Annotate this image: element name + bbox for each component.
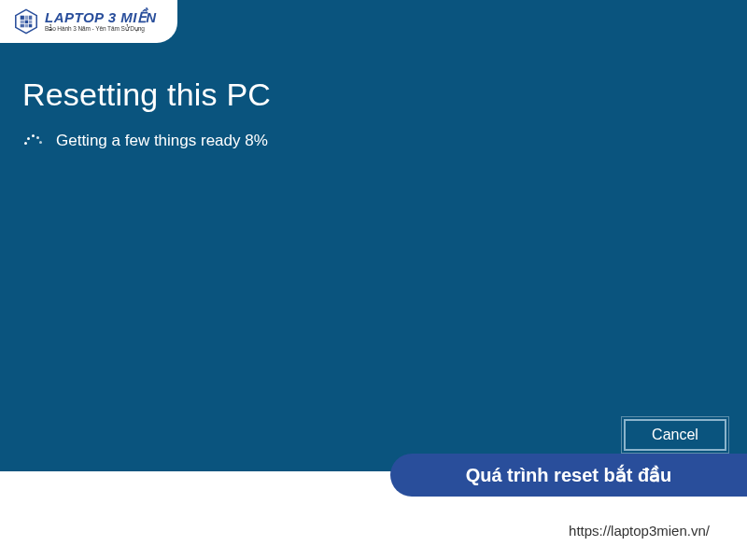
svg-rect-8 [25, 24, 29, 28]
page-title: Resetting this PC [22, 77, 271, 113]
spinner-icon [22, 131, 43, 151]
svg-rect-7 [21, 24, 24, 28]
svg-rect-5 [25, 21, 29, 24]
status-row: Getting a few things ready 8% [22, 131, 268, 151]
brand-title: LAPTOP 3 MIỀN [45, 10, 157, 24]
brand-logo-icon [13, 8, 39, 35]
svg-rect-9 [29, 24, 33, 28]
cancel-button[interactable]: Cancel [624, 419, 726, 451]
svg-rect-1 [21, 16, 24, 20]
svg-rect-2 [25, 16, 29, 20]
caption-text: Quá trình reset bắt đầu [466, 464, 672, 486]
brand-logo-badge: LAPTOP 3 MIỀN Bảo Hành 3 Năm - Yên Tâm S… [0, 0, 177, 43]
svg-rect-3 [29, 16, 33, 20]
status-text: Getting a few things ready 8% [56, 132, 268, 150]
brand-tagline: Bảo Hành 3 Năm - Yên Tâm Sử Dụng [45, 26, 157, 33]
caption-pill: Quá trình reset bắt đầu [390, 454, 747, 497]
reset-screen: LAPTOP 3 MIỀN Bảo Hành 3 Năm - Yên Tâm S… [0, 0, 747, 471]
footer-url: https://laptop3mien.vn/ [569, 523, 710, 539]
svg-rect-4 [21, 21, 24, 24]
brand-logo-text: LAPTOP 3 MIỀN Bảo Hành 3 Năm - Yên Tâm S… [45, 10, 157, 33]
svg-rect-6 [29, 21, 33, 24]
